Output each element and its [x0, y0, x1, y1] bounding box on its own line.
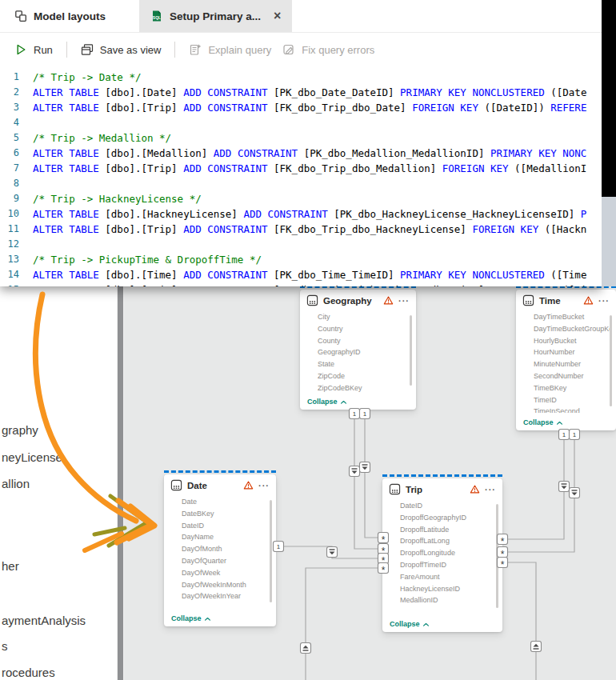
field-row[interactable]: DayOfWeekInMonth — [182, 579, 270, 591]
table-list-item[interactable]: her — [2, 559, 19, 573]
svg-text:SQL: SQL — [153, 15, 161, 20]
run-button[interactable]: Run — [14, 43, 53, 56]
selection-outline — [382, 474, 502, 477]
field-row[interactable]: County — [318, 335, 410, 347]
field-row[interactable]: DropoffLongitude — [400, 547, 496, 559]
tab-label: Model layouts — [34, 10, 106, 22]
code-token: ALTER TABLE — [33, 102, 105, 114]
field-row[interactable]: DayOfWeek — [182, 567, 270, 579]
field-row[interactable]: DateID — [182, 520, 270, 532]
code-token: P — [581, 208, 587, 220]
field-row[interactable]: DropoffLatLong — [400, 535, 496, 547]
code-token: ADD CONSTRAINT — [214, 147, 304, 159]
code-token: [PK_dbo_Date_DateID] — [274, 86, 400, 98]
table-list-item[interactable]: s — [2, 639, 8, 653]
collapse-link[interactable]: Collapse — [390, 620, 430, 628]
table-card-geography[interactable]: Geography···CityCountryCountyGeographyID… — [300, 290, 416, 410]
toolbar-separator — [66, 42, 67, 58]
fix-query-errors-button[interactable]: Fix query errors — [282, 43, 374, 56]
card-scrollbar[interactable] — [270, 500, 272, 602]
card-scrollbar[interactable] — [496, 504, 498, 608]
code-token: ADD CONSTRAINT — [243, 208, 334, 220]
warning-icon — [383, 295, 394, 306]
field-row[interactable]: HourNumber — [534, 346, 610, 358]
code-token: FOREIGN KEY — [472, 223, 544, 235]
more-options-button[interactable]: ··· — [258, 482, 270, 490]
field-row[interactable]: MedallionID — [400, 594, 496, 606]
table-name: Date — [187, 481, 207, 490]
code-token: ALTER TABLE — [33, 223, 105, 235]
field-row[interactable]: HackneyLicenseID — [400, 583, 496, 595]
code-token: ALTER TABLE — [33, 162, 105, 174]
collapse-link[interactable]: Collapse — [307, 398, 347, 406]
explain-query-button[interactable]: Explain query — [189, 43, 271, 56]
card-scrollbar[interactable] — [410, 315, 412, 386]
code-text: /* Trip -> Date */ — [33, 70, 141, 85]
field-row[interactable]: ZipCodeBKey — [318, 382, 410, 392]
field-row[interactable]: DropoffLatitude — [400, 524, 496, 536]
field-list: CityCountryCountyGeographyIDStateZipCode… — [300, 311, 410, 392]
field-row[interactable]: State — [318, 358, 410, 370]
field-row[interactable]: Date — [182, 496, 270, 508]
field-row[interactable]: City — [318, 311, 410, 323]
table-list-item[interactable]: rocedures — [2, 666, 55, 679]
field-row[interactable]: ZipCode — [318, 370, 410, 382]
table-list-item[interactable]: graphy — [2, 423, 38, 437]
table-card-time[interactable]: Time···DayTimeBucketDayTimeBucketGroupKe… — [516, 290, 616, 430]
tab-label: Setup Primary a... — [170, 10, 261, 22]
field-row[interactable]: DayName — [182, 531, 270, 543]
scrollbar-thumb[interactable] — [118, 286, 123, 680]
field-row[interactable]: DateID — [400, 500, 496, 512]
more-options-button[interactable]: ··· — [598, 297, 610, 305]
code-text: ALTER TABLE [dbo].[Trip] ADD CONSTRAINT … — [33, 282, 586, 286]
save-as-view-button[interactable]: Save as view — [81, 43, 162, 56]
field-row[interactable]: FareAmount — [400, 571, 496, 583]
collapse-caret-icon — [422, 622, 430, 626]
tab-model-layouts[interactable]: Model layouts — [0, 0, 120, 32]
field-row[interactable]: GeographyID — [318, 346, 410, 358]
code-token: ADD CONSTRAINT — [183, 162, 274, 174]
field-row[interactable]: Country — [318, 323, 410, 335]
card-scrollbar[interactable] — [610, 315, 612, 406]
field-row[interactable]: DayTimeBucketGroupKey — [534, 323, 610, 335]
field-row[interactable]: SecondNumber — [534, 370, 610, 382]
collapse-link[interactable]: Collapse — [523, 418, 563, 426]
close-icon[interactable]: × — [274, 10, 281, 22]
code-editor[interactable]: 1/* Trip -> Date */2ALTER TABLE [dbo].[D… — [0, 66, 602, 286]
table-card-date[interactable]: Date···DateDateBKeyDateIDDayNameDayOfMon… — [164, 474, 276, 626]
table-card-trip[interactable]: Trip···DateIDDropoffGeographyIDDropoffLa… — [382, 478, 502, 632]
field-row[interactable]: DayOfQuarter — [182, 555, 270, 567]
table-list-item[interactable]: neyLicense — [2, 450, 62, 464]
table-list-item[interactable]: allion — [2, 477, 30, 490]
line-number: 5 — [0, 130, 19, 146]
field-row[interactable]: DateBKey — [182, 508, 270, 520]
code-line: 9/* Trip -> HackneyLicense */ — [0, 191, 602, 206]
field-row[interactable]: DropoffGeographyID — [400, 512, 496, 524]
field-row[interactable]: DayTimeBucket — [534, 311, 610, 323]
field-row[interactable]: DayOfMonth — [182, 543, 270, 555]
table-list-item[interactable]: aymentAnalysis — [2, 614, 86, 627]
sidebar-scrollbar[interactable] — [117, 286, 124, 680]
collapse-link[interactable]: Collapse — [171, 614, 211, 622]
code-token: [dbo].[Trip] — [105, 102, 183, 114]
field-row[interactable]: HourlyBucket — [534, 335, 610, 347]
code-text: ALTER TABLE [dbo].[HackneyLicense] ADD C… — [33, 206, 586, 222]
line-number: 13 — [0, 252, 19, 267]
more-options-button[interactable]: ··· — [398, 297, 410, 305]
field-row[interactable]: DayOfWeekInYear — [182, 590, 270, 602]
field-row[interactable]: TimeInSecond — [534, 406, 610, 413]
tab-setup-primary-a[interactable]: SQLSetup Primary a...× — [139, 0, 292, 32]
field-row[interactable]: TimeID — [534, 394, 610, 406]
field-row[interactable]: MinuteNumber — [534, 358, 610, 370]
code-token: [dbo].[Trip] — [105, 162, 183, 174]
more-options-button[interactable]: ··· — [485, 486, 496, 494]
code-token: ([Hackn — [545, 223, 587, 235]
table-name: Time — [539, 296, 561, 306]
field-row[interactable]: DropoffTimeID — [400, 559, 496, 571]
code-text: /* Trip -> PickupTime & DropoffTime */ — [33, 252, 262, 267]
code-line: 4 — [0, 115, 602, 130]
table-icon — [170, 479, 182, 491]
warning-icon — [470, 484, 480, 494]
field-row[interactable]: TimeBKey — [534, 382, 610, 394]
table-list-sidebar: graphyneyLicenseallionheraymentAnalysiss… — [0, 286, 117, 680]
